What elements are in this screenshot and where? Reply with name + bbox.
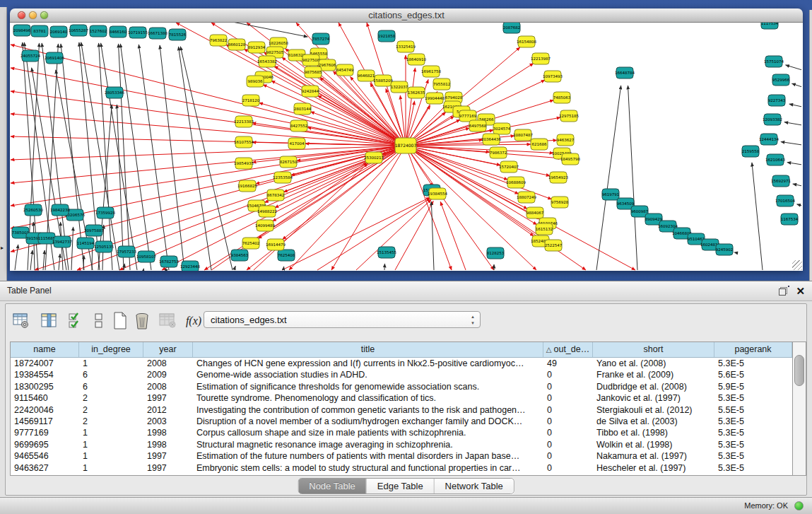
table-scrollbar[interactable] [792, 341, 806, 476]
graph-edge[interactable] [596, 86, 621, 270]
table-cell[interactable]: 1998 [143, 439, 193, 450]
graph-node[interactable]: 8660128 [228, 39, 246, 50]
table-cell[interactable]: Tibbo et al. (1998) [593, 427, 714, 438]
graph-node[interactable]: 7485063 [553, 92, 571, 103]
table-row[interactable]: 969969511998Structural magnetic resonanc… [11, 439, 792, 450]
graph-node[interactable]: 12505135 [94, 241, 114, 252]
memory-status-indicator[interactable] [794, 501, 804, 510]
graph-node[interactable]: 1362635 [408, 87, 425, 98]
graph-node[interactable]: 1527602 [90, 25, 107, 37]
graph-node[interactable]: 12975185 [559, 110, 579, 122]
table-cell[interactable]: 9777169 [11, 427, 79, 438]
table-row[interactable]: 946362711997Embryonic stem cells: a mode… [11, 462, 792, 474]
table-cell[interactable]: Stergiakouli et al. (2012) [593, 404, 714, 416]
graph-edge[interactable] [628, 86, 637, 270]
graph-edge[interactable] [15, 245, 18, 270]
column-header-name[interactable]: name [11, 342, 79, 357]
graph-node[interactable]: 9384563 [231, 250, 249, 261]
graph-node[interactable]: 8427552 [290, 120, 308, 132]
graph-node[interactable]: 9756928 [551, 197, 569, 208]
graph-edge[interactable] [797, 204, 801, 206]
table-cell[interactable]: Wolkin et al. (1998) [593, 439, 714, 450]
network-canvas[interactable]: 2098496837812069140106552871527602846616… [10, 23, 803, 271]
graph-node[interactable]: 19384554 [428, 188, 447, 199]
table-cell[interactable]: 5.3E-5 [714, 439, 792, 450]
tab-network-table[interactable]: Network Table [435, 479, 514, 493]
graph-edge[interactable] [787, 163, 801, 165]
table-cell[interactable]: 5.3E-5 [714, 427, 792, 438]
graph-node[interactable]: 2803144 [294, 103, 312, 115]
graph-node[interactable]: 12923448 [180, 261, 200, 271]
graph-edge[interactable] [317, 198, 430, 270]
graph-node[interactable]: 19854935 [234, 158, 254, 169]
table-row[interactable]: 1830029562008Estimation of significance … [11, 381, 792, 392]
graph-node[interactable]: 17957233 [117, 246, 136, 257]
graph-node[interactable]: 9245902 [716, 244, 734, 255]
graph-node[interactable]: 19166825 [237, 180, 257, 192]
graph-edge[interactable] [784, 122, 801, 125]
graph-edge[interactable] [33, 222, 35, 270]
graph-edge[interactable] [786, 65, 801, 70]
graph-node[interactable]: 17016504 [775, 195, 795, 206]
graph-node[interactable]: 14099489 [255, 220, 275, 231]
table-cell[interactable]: 2 [79, 392, 143, 404]
table-cell[interactable]: 2008 [143, 358, 193, 369]
graph-edge[interactable] [139, 45, 169, 270]
table-cell[interactable]: 6 [79, 369, 143, 380]
table-cell[interactable]: 9465546 [11, 450, 79, 462]
table-row[interactable]: 2242004622012Investigating the contribut… [11, 404, 792, 416]
graph-node[interactable]: 16782753 [159, 256, 179, 267]
table-cell[interactable]: 49 [543, 358, 593, 369]
table-cell[interactable]: 0 [543, 404, 593, 416]
graph-node[interactable]: 10807487 [513, 129, 533, 141]
table-cell[interactable]: Investigating the contribution of common… [193, 404, 543, 416]
table-cell[interactable]: 0 [543, 427, 593, 438]
table-cell[interactable]: Embryonic stem cells: a model to study s… [193, 462, 543, 474]
graph-edge[interactable] [71, 227, 73, 270]
graph-node[interactable]: 17359928 [95, 207, 115, 218]
table-cell[interactable]: de Silva et al. (2003) [593, 416, 714, 427]
table-cell[interactable]: 2012 [143, 404, 193, 416]
graph-node[interactable]: 30975887 [84, 225, 104, 236]
column-header-title[interactable]: title [193, 342, 543, 357]
table-row[interactable]: 1872400712008Changes of HCN gene express… [11, 358, 792, 369]
column-header-in_degree[interactable]: in_degree [79, 342, 143, 357]
table-cell[interactable]: 1997 [143, 450, 193, 462]
graph-edge[interactable] [119, 44, 130, 270]
graph-node[interactable]: 16154808 [517, 36, 536, 47]
graph-node[interactable]: 19842238 [50, 204, 70, 216]
graph-node[interactable]: 989036 [247, 76, 264, 87]
table-cell[interactable]: 1 [79, 462, 143, 474]
graph-node[interactable]: 6497568 [469, 120, 487, 132]
table-cell[interactable]: Genome-wide association studies in ADHD. [193, 369, 543, 380]
graph-edge[interactable] [259, 103, 406, 146]
graph-node[interactable]: 9884067 [526, 207, 544, 218]
graph-node[interactable]: 25260530 [23, 204, 43, 216]
graph-node[interactable]: 15692971 [771, 175, 791, 187]
graph-node[interactable]: 18724007 [395, 138, 417, 153]
graph-node[interactable]: 8912934 [248, 42, 266, 53]
graph-node[interactable]: 18495798 [560, 153, 580, 165]
table-cell[interactable]: 5.3E-5 [714, 450, 792, 462]
graph-node[interactable]: 9875685 [305, 66, 322, 78]
graph-node[interactable]: 1322037 [391, 81, 408, 93]
graph-edge[interactable] [406, 146, 452, 270]
table-cell[interactable]: 9699695 [11, 439, 79, 450]
table-cell[interactable]: 2008 [143, 381, 193, 392]
table-cell[interactable]: 1 [79, 358, 143, 369]
graph-edge[interactable] [752, 163, 763, 270]
graph-node[interactable]: 83781 [31, 25, 48, 37]
table-row[interactable]: 1938455462009Genome-wide association stu… [11, 369, 792, 380]
table-cell[interactable]: 0 [543, 462, 593, 474]
graph-node[interactable]: 12353584 [273, 172, 293, 183]
graph-node[interactable]: 8466160 [110, 26, 127, 37]
graph-edge[interactable] [263, 85, 406, 146]
column-header-year[interactable]: year [143, 342, 193, 357]
graph-node[interactable]: 12213383 [234, 116, 254, 127]
graph-node[interactable]: 2522547 [545, 240, 563, 251]
table-cell[interactable]: 6 [79, 381, 143, 392]
table-settings-icon[interactable] [11, 311, 31, 331]
table-cell[interactable]: Hescheler et al. (1997) [593, 462, 714, 474]
new-table-icon[interactable] [110, 311, 130, 331]
graph-node[interactable]: 19654923 [548, 172, 568, 183]
